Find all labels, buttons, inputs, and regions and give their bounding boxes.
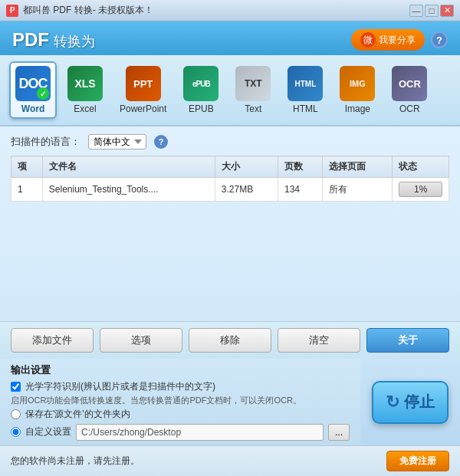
window-controls: — □ ✕ [409,5,454,17]
format-image[interactable]: IMG Image [334,61,381,119]
output-settings: 输出设置 光学字符识别(辨认图片或者是扫描件中的文字) 启用OCR功能会降低转换… [0,359,360,445]
output-title: 输出设置 [11,363,350,377]
text-icon-box: TXT [235,66,271,101]
text-label: Text [245,103,261,114]
col-size: 大小 [215,156,278,178]
browse-button[interactable]: ... [328,424,350,441]
minimize-button[interactable]: — [409,5,423,17]
footer: 您的软件尚未注册，请先注册。 免费注册 [0,445,460,476]
ocr-label: OCR [399,103,420,114]
save-source-row: 保存在'源文件'的文件夹内 [11,408,350,421]
cell-selection: 所有 [322,178,393,202]
cell-size: 3.27MB [215,178,278,202]
format-text[interactable]: TXT Text [229,61,277,119]
header: PDF 转换为 微 我要分享 ? [0,21,460,55]
lower-section: 输出设置 光学字符识别(辨认图片或者是扫描件中的文字) 启用OCR功能会降低转换… [0,359,460,445]
window-title: 都叫兽 PDF 转换- 未授权版本！ [23,4,153,17]
image-label: Image [345,103,370,114]
weibo-icon: 微 [360,32,376,48]
output-settings-area: 输出设置 光学字符识别(辨认图片或者是扫描件中的文字) 启用OCR功能会降低转换… [0,359,360,445]
footer-text: 您的软件尚未注册，请先注册。 [11,455,140,468]
ocr-checkbox-row: 光学字符识别(辨认图片或者是扫描件中的文字) [11,380,350,393]
stop-label: 停止 [404,392,435,412]
add-file-button[interactable]: 添加文件 [11,328,94,353]
table-row: 1 Selenium_Testing_Tools.... 3.27MB 134 … [12,178,449,202]
ocr-note: 启用OCR功能会降低转换速度。当您转换普通的PDF文档时，可以关闭OCR。 [11,395,350,406]
format-excel[interactable]: XLS Excel [61,61,109,119]
col-pages: 页数 [278,156,322,178]
content-area: 扫描件的语言： 简体中文 繁体中文 English 日本語 ? 项 文件名 大小… [0,126,460,321]
ppt-icon-box: PPT [126,66,161,101]
custom-path-row: 自定义设置 ... [11,422,350,441]
app-icon: P [6,5,18,17]
image-icon-box: IMG [340,66,375,101]
format-row: DOC ✓ Word XLS Excel PPT PowerPoint ePUB… [0,55,460,126]
custom-path-radio[interactable] [11,427,21,437]
ocr-icon-box: OCR [392,66,427,101]
cell-filename: Selenium_Testing_Tools.... [42,178,215,202]
cell-pages: 134 [278,178,322,202]
html-icon-box: HTML [288,66,323,101]
share-button[interactable]: 微 我要分享 [351,29,425,51]
lang-help-button[interactable]: ? [154,135,168,149]
col-index: 项 [12,156,43,178]
word-label: Word [21,103,44,114]
title-bar: P 都叫兽 PDF 转换- 未授权版本！ — □ ✕ [0,0,460,21]
about-button[interactable]: 关于 [366,328,449,353]
ppt-label: PowerPoint [120,103,166,114]
ocr-checkbox[interactable] [11,382,21,392]
ocr-checkbox-label: 光学字符识别(辨认图片或者是扫描件中的文字) [25,380,215,393]
convert-label: 转换为 [54,32,95,51]
excel-icon-box: XLS [67,66,103,101]
custom-label: 自定义设置 [25,425,71,438]
col-filename: 文件名 [42,156,215,178]
help-button[interactable]: ? [431,31,448,48]
maximize-button[interactable]: □ [425,5,439,17]
clear-button[interactable]: 清空 [278,328,360,353]
path-input-row: ... [76,424,350,441]
word-icon-box: DOC ✓ [15,66,51,101]
col-status: 状态 [393,156,449,178]
language-row: 扫描件的语言： 简体中文 繁体中文 English 日本語 ? [11,134,449,149]
options-button[interactable]: 选项 [100,328,182,353]
format-ocr[interactable]: OCR OCR [386,61,433,119]
file-table: 项 文件名 大小 页数 选择页面 状态 1 Selenium_Testing_T… [11,156,449,202]
register-button[interactable]: 免费注册 [386,451,449,471]
epub-icon-box: ePUB [183,66,219,101]
status-badge: 1% [399,182,442,197]
save-source-radio[interactable] [11,409,21,419]
lang-select[interactable]: 简体中文 繁体中文 English 日本語 [88,134,146,149]
save-source-label: 保存在'源文件'的文件夹内 [25,408,130,421]
format-epub[interactable]: ePUB EPUB [177,61,225,119]
main-window: PDF 转换为 微 我要分享 ? DOC ✓ Word XLS Excel [0,21,460,476]
col-selection: 选择页面 [322,156,393,178]
remove-button[interactable]: 移除 [189,328,271,353]
stop-button[interactable]: ↻ 停止 [372,381,449,424]
cell-status: 1% [393,178,449,202]
button-row: 添加文件 选项 移除 清空 关于 [0,321,460,359]
close-button[interactable]: ✕ [440,5,454,17]
word-check-badge: ✓ [37,87,49,100]
format-html[interactable]: HTML HTML [281,61,329,119]
format-word[interactable]: DOC ✓ Word [9,61,57,119]
format-ppt[interactable]: PPT PowerPoint [113,61,172,119]
stop-button-area: ↻ 停止 [360,359,460,445]
pdf-label: PDF [12,29,49,51]
stop-spin-icon: ↻ [386,392,399,412]
path-input[interactable] [76,424,324,441]
html-label: HTML [293,103,318,114]
cell-index: 1 [12,178,43,202]
lang-label: 扫描件的语言： [11,135,80,149]
excel-label: Excel [74,103,96,114]
epub-label: EPUB [189,103,214,114]
